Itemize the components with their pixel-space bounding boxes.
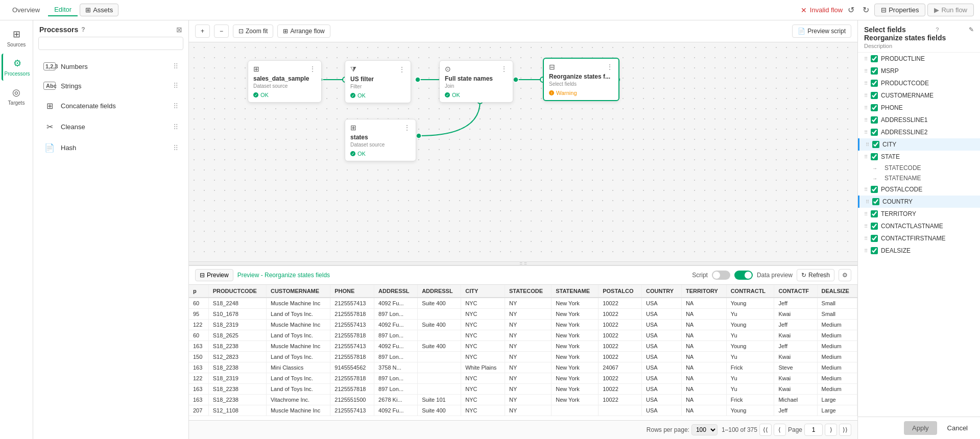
drag-handle-addressline2[interactable]: ⠿	[864, 130, 868, 135]
drag-handle-productline[interactable]: ⠿	[864, 56, 868, 62]
apply-button[interactable]: Apply	[904, 421, 937, 435]
field-check-contactfirstname[interactable]	[871, 235, 878, 242]
drag-handle-customername[interactable]: ⠿	[864, 93, 868, 99]
flow-canvas[interactable]: ⊞ ⋮ sales_data_sample Dataset source ✓ O…	[189, 42, 857, 261]
node-menu-filter[interactable]: ⋮	[398, 65, 405, 74]
properties-button[interactable]: ⊟ Properties	[874, 4, 925, 16]
close-panel-icon[interactable]: ⊠	[176, 26, 182, 34]
drag-handle-contactlastname[interactable]: ⠿	[864, 224, 868, 229]
field-check-territory[interactable]	[871, 210, 878, 217]
preview-script-button[interactable]: 📄 Preview script	[792, 25, 851, 38]
drag-handle-postalcode[interactable]: ⠿	[864, 187, 868, 192]
drag-handle-phone[interactable]: ⠿	[864, 105, 868, 111]
settings-button[interactable]: ⚙	[839, 269, 851, 281]
last-page-button[interactable]: ⟩⟩	[839, 424, 851, 436]
sidebar-item-targets[interactable]: ◎ Targets	[2, 83, 31, 110]
tab-assets[interactable]: ⊞ Assets	[80, 4, 118, 16]
node-us-filter[interactable]: ⧩ ⋮ US filter Filter ✓ OK	[345, 60, 411, 103]
field-check-addressline1[interactable]	[871, 116, 878, 124]
col-header-addressl2[interactable]: ADDRESSL	[418, 285, 461, 298]
drag-handle-state[interactable]: ⠿	[864, 154, 868, 160]
drag-handle-addressline1[interactable]: ⠿	[864, 117, 868, 123]
sidebar-item-sources[interactable]: ⊞ Sources	[2, 25, 31, 52]
prev-page-button[interactable]: ⟨	[774, 424, 786, 436]
drag-handle-hash[interactable]: ⠿	[173, 144, 178, 152]
run-flow-button[interactable]: ▶ Run flow	[927, 4, 974, 16]
processor-item-concatenate[interactable]: ⊞ Concatenate fields ⠿	[36, 96, 185, 116]
drag-handle-concatenate[interactable]: ⠿	[173, 102, 178, 110]
col-header-statecode[interactable]: STATECODE	[505, 285, 551, 298]
redo-button[interactable]: ↻	[859, 3, 872, 17]
node-reorganize[interactable]: ⊟ ⋮ Reorganize states f... Select fields…	[543, 58, 619, 101]
col-header-productcode[interactable]: PRODUCTCODE	[208, 285, 266, 298]
processors-search[interactable]	[38, 37, 183, 50]
edit-icon[interactable]: ✎	[969, 26, 974, 33]
node-menu-join[interactable]: ⋮	[500, 65, 508, 73]
drag-handle-territory[interactable]: ⠿	[864, 211, 868, 217]
drag-handle-numbers[interactable]: ⠿	[173, 62, 178, 70]
node-menu-sales[interactable]: ⋮	[309, 65, 316, 73]
tab-overview[interactable]: Overview	[6, 4, 46, 16]
zoom-in-button[interactable]: +	[195, 25, 210, 38]
drag-handle-msrp[interactable]: ⠿	[864, 68, 868, 74]
script-toggle[interactable]	[712, 271, 730, 280]
zoom-fit-button[interactable]: ⊡ Zoom fit	[233, 25, 273, 38]
field-check-phone[interactable]	[871, 104, 878, 111]
preview-tab[interactable]: ⊟ Preview	[195, 269, 233, 281]
data-preview-toggle[interactable]	[734, 271, 753, 280]
invalid-flow-button[interactable]: ✕ Invalid flow	[801, 6, 843, 14]
data-table-container[interactable]: p PRODUCTCODE CUSTOMERNAME PHONE ADDRESS…	[189, 285, 857, 420]
node-states[interactable]: ⊞ ⋮ states Dataset source ✓ OK	[345, 119, 416, 161]
col-header-num[interactable]: p	[189, 285, 208, 298]
node-full-state[interactable]: ⊙ ⋮ Full state names Join ✓ OK	[439, 60, 513, 103]
col-header-dealsize[interactable]: DEALSIZE	[817, 285, 857, 298]
field-check-customername[interactable]	[871, 92, 878, 99]
field-check-productline[interactable]	[871, 55, 878, 62]
drag-handle-dealsize[interactable]: ⠿	[864, 248, 868, 254]
processor-item-numbers[interactable]: 1,2,3 Numbers ⠿	[36, 57, 185, 76]
page-number-input[interactable]	[804, 424, 823, 436]
processor-item-cleanse[interactable]: ✂ Cleanse ⠿	[36, 117, 185, 137]
col-header-statename[interactable]: STATENAME	[552, 285, 599, 298]
node-sales-data[interactable]: ⊞ ⋮ sales_data_sample Dataset source ✓ O…	[248, 60, 322, 103]
refresh-button[interactable]: ↻ Refresh	[797, 269, 834, 281]
tab-editor[interactable]: Editor	[48, 4, 78, 16]
field-check-contactlastname[interactable]	[871, 223, 878, 230]
field-check-country[interactable]	[872, 198, 879, 205]
field-check-state[interactable]	[871, 153, 878, 160]
col-header-territory[interactable]: TERRITORY	[681, 285, 726, 298]
drag-handle-contactfirstname[interactable]: ⠿	[864, 236, 868, 241]
col-header-contractl[interactable]: CONTRACTL	[726, 285, 774, 298]
help-icon[interactable]: ?	[81, 26, 85, 33]
field-check-addressline2[interactable]	[871, 129, 878, 136]
col-header-city[interactable]: CITY	[461, 285, 505, 298]
processor-item-strings[interactable]: Abc Strings ⠿	[36, 77, 185, 95]
col-header-addressl1[interactable]: ADDRESSL	[374, 285, 418, 298]
drag-handle-country[interactable]: ⠿	[866, 199, 869, 205]
field-check-postalcode[interactable]	[871, 186, 878, 193]
col-header-customername[interactable]: CUSTOMERNAME	[266, 285, 330, 298]
field-check-dealsize[interactable]	[871, 247, 878, 254]
arrange-flow-button[interactable]: ⊞ Arrange flow	[277, 25, 330, 38]
col-header-phone[interactable]: PHONE	[330, 285, 374, 298]
field-check-productcode[interactable]	[871, 80, 878, 87]
col-header-contactf[interactable]: CONTACTF	[774, 285, 817, 298]
node-menu-states[interactable]: ⋮	[403, 124, 411, 132]
zoom-out-button[interactable]: −	[214, 25, 229, 38]
cancel-button[interactable]: Cancel	[941, 421, 974, 435]
col-header-country[interactable]: COUNTRY	[642, 285, 682, 298]
next-page-button[interactable]: ⟩	[825, 424, 837, 436]
drag-handle-productcode[interactable]: ⠿	[864, 81, 868, 86]
drag-handle-strings[interactable]: ⠿	[173, 82, 178, 90]
processor-item-hash[interactable]: 📄 Hash ⠿	[36, 138, 185, 158]
node-menu-reorganize[interactable]: ⋮	[606, 63, 613, 71]
drag-handle-cleanse[interactable]: ⠿	[173, 123, 178, 131]
field-check-msrp[interactable]	[871, 67, 878, 75]
resize-handle[interactable]: = =	[189, 261, 857, 265]
first-page-button[interactable]: ⟨⟨	[759, 424, 772, 436]
drag-handle-city[interactable]: ⠿	[866, 142, 869, 148]
rows-per-page-select[interactable]: 100 50 25	[691, 424, 718, 435]
sidebar-item-processors[interactable]: ⚙ Processors	[2, 54, 31, 81]
col-header-postalco[interactable]: POSTALCO	[599, 285, 642, 298]
field-check-city[interactable]	[872, 141, 879, 148]
